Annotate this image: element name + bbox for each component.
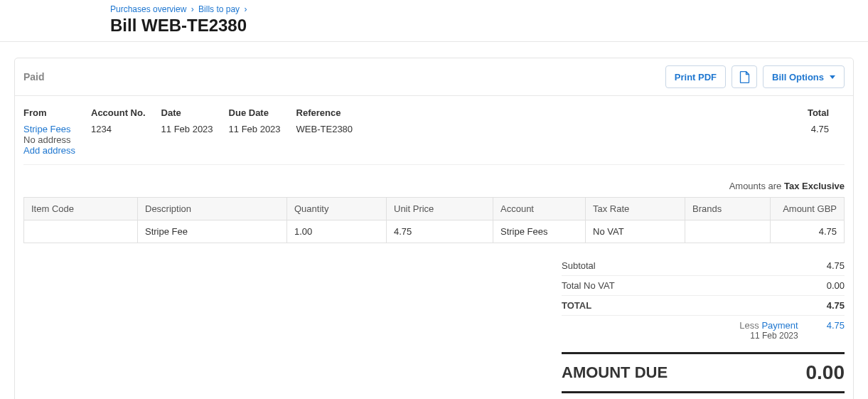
line-items-table: Item Code Description Quantity Unit Pric… (23, 197, 845, 243)
table-header-row: Item Code Description Quantity Unit Pric… (24, 198, 845, 220)
bill-meta: From Stripe Fees No address Add address … (15, 96, 853, 172)
payment-amount: 4.75 (798, 320, 845, 341)
page-title: Bill WEB-TE2380 (110, 16, 868, 36)
action-bar: Print PDF Bill Options (665, 65, 845, 88)
totals-block: Subtotal 4.75 Total No VAT 0.00 TOTAL 4.… (562, 256, 845, 345)
meta-duedate-label: Due Date (229, 107, 281, 118)
add-address-link[interactable]: Add address (23, 145, 75, 156)
attach-files-button[interactable] (732, 65, 757, 88)
cell-brands (685, 220, 771, 243)
cell-tax-rate: No VAT (586, 220, 685, 243)
total-value: 4.75 (827, 300, 845, 311)
page-header: Purchases overview › Bills to pay › Bill… (0, 0, 868, 42)
bill-panel: Paid Print PDF Bill Options From Stripe (14, 58, 854, 399)
amount-due-value: 0.00 (806, 361, 845, 384)
cell-item-code (24, 220, 138, 243)
col-quantity: Quantity (287, 198, 387, 220)
meta-reference-label: Reference (296, 107, 353, 118)
cell-unit-price: 4.75 (387, 220, 493, 243)
panel-toolbar: Paid Print PDF Bill Options (15, 58, 853, 96)
subtotal-label: Subtotal (562, 260, 596, 271)
meta-date-value: 11 Feb 2023 (161, 124, 213, 134)
meta-accountno-label: Account No. (91, 107, 146, 118)
novat-value: 0.00 (827, 280, 845, 291)
cell-account: Stripe Fees (493, 220, 586, 243)
col-account: Account (493, 198, 586, 220)
no-address-text: No address (23, 134, 75, 145)
print-pdf-button[interactable]: Print PDF (665, 65, 726, 88)
cell-amount: 4.75 (771, 220, 845, 243)
cell-description: Stripe Fee (138, 220, 287, 243)
meta-accountno-value: 1234 (91, 124, 146, 134)
breadcrumb-bills-to-pay[interactable]: Bills to pay (198, 4, 240, 14)
novat-label: Total No VAT (562, 280, 615, 291)
subtotal-value: 4.75 (827, 260, 845, 271)
total-label: TOTAL (562, 300, 591, 311)
tax-note-mode: Tax Exclusive (784, 181, 845, 191)
col-tax-rate: Tax Rate (586, 198, 685, 220)
meta-duedate-value: 11 Feb 2023 (229, 124, 281, 134)
status-badge: Paid (23, 71, 45, 83)
chevron-down-icon (830, 75, 835, 79)
meta-reference-value: WEB-TE2380 (296, 124, 353, 134)
payment-link[interactable]: Payment (761, 320, 798, 331)
table-row: Stripe Fee 1.00 4.75 Stripe Fees No VAT … (24, 220, 845, 243)
meta-date-label: Date (161, 107, 213, 118)
amount-due-label: AMOUNT DUE (562, 363, 668, 382)
cell-quantity: 1.00 (287, 220, 387, 243)
col-item-code: Item Code (24, 198, 138, 220)
breadcrumb-sep-icon: › (242, 4, 249, 14)
col-brands: Brands (685, 198, 771, 220)
meta-from-label: From (23, 107, 75, 118)
tax-note-prefix: Amounts are (729, 181, 784, 191)
amount-due-bar: AMOUNT DUE 0.00 (562, 352, 845, 393)
tax-note: Amounts are Tax Exclusive (15, 172, 853, 197)
breadcrumb-purchases-overview[interactable]: Purchases overview (110, 4, 186, 14)
col-description: Description (138, 198, 287, 220)
file-icon (739, 71, 750, 83)
meta-total-label: Total (808, 107, 829, 118)
bill-options-label: Bill Options (772, 72, 824, 83)
meta-total-value: 4.75 (808, 124, 829, 134)
less-label: Less (739, 320, 759, 331)
contact-link[interactable]: Stripe Fees (23, 124, 75, 134)
payment-date: 11 Feb 2023 (562, 331, 798, 341)
breadcrumb-sep-icon: › (189, 4, 196, 14)
col-unit-price: Unit Price (387, 198, 493, 220)
breadcrumb: Purchases overview › Bills to pay › (110, 4, 868, 14)
bill-options-button[interactable]: Bill Options (763, 65, 845, 88)
col-amount: Amount GBP (771, 198, 845, 220)
